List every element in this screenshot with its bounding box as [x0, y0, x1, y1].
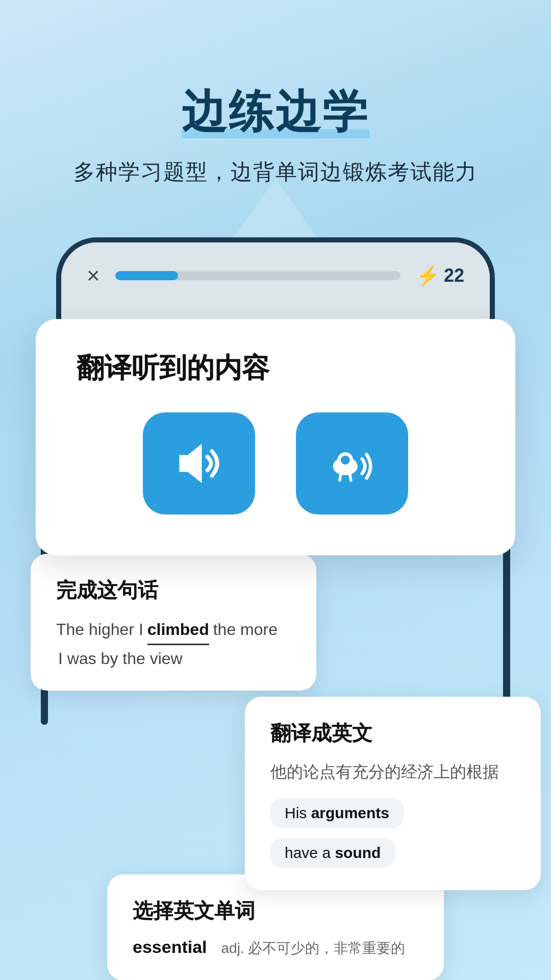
- complete-sentence-label: 完成这句话: [56, 576, 291, 604]
- translate-subtitle: 他的论点有充分的经济上的根据: [270, 760, 515, 784]
- phone-top-bar: × ⚡ 22: [87, 263, 464, 288]
- svg-line-4: [340, 474, 341, 480]
- word-chips-row: His arguments have a sound: [270, 798, 515, 868]
- chip2-text: have a: [285, 844, 335, 861]
- audio-buttons-row: [77, 412, 474, 514]
- word-chip-2[interactable]: have a sound: [270, 838, 395, 868]
- select-word-label: 选择英文单词: [133, 897, 418, 925]
- header-section: 边练边学 多种学习题型，边背单词边锻炼考试能力: [0, 0, 551, 207]
- sentence-part1: The higher I: [56, 617, 143, 643]
- chip2-bold: sound: [335, 844, 381, 861]
- word-def: adj. 必不可少的，非常重要的: [221, 939, 406, 958]
- close-button[interactable]: ×: [87, 263, 100, 288]
- sentence-line2: I was by the view: [56, 649, 291, 668]
- speaker-icon: [171, 435, 227, 492]
- svg-marker-0: [180, 444, 202, 483]
- score-value: 22: [444, 265, 464, 286]
- audio-speaker-button[interactable]: [143, 412, 255, 514]
- bottom-section: 完成这句话 The higher I climbed the more I wa…: [0, 554, 551, 980]
- word-chip-1[interactable]: His arguments: [270, 798, 404, 828]
- progress-fill: [115, 271, 178, 280]
- sentence-line: The higher I climbed the more: [56, 617, 291, 645]
- translate-card: 翻译成英文 他的论点有充分的经济上的根据 His arguments have …: [245, 697, 541, 890]
- chip1-bold: arguments: [311, 804, 389, 821]
- word-def-row: essential adj. 必不可少的，非常重要的: [133, 937, 418, 958]
- lightning-icon: ⚡: [416, 264, 440, 287]
- phone-mockup: × ⚡ 22 翻译听到的内容: [56, 237, 495, 544]
- sentence-blank: climbed: [147, 617, 209, 645]
- chip1-text: His: [285, 804, 311, 821]
- audio-slow-button[interactable]: [296, 412, 408, 514]
- progress-bar: [115, 271, 400, 280]
- quiz-card-title: 翻译听到的内容: [77, 350, 474, 387]
- word-en: essential: [133, 937, 207, 957]
- svg-point-3: [341, 456, 350, 465]
- main-title: 边练边学: [182, 82, 369, 142]
- main-quiz-card: 翻译听到的内容: [36, 319, 515, 555]
- complete-sentence-card: 完成这句话 The higher I climbed the more I wa…: [31, 554, 316, 691]
- svg-line-5: [350, 474, 351, 480]
- lightning-score: ⚡ 22: [416, 264, 464, 287]
- select-word-card: 选择英文单词 essential adj. 必不可少的，非常重要的: [107, 874, 444, 980]
- translate-card-label: 翻译成英文: [270, 719, 515, 747]
- sentence-part2: the more: [213, 617, 278, 643]
- slow-speaker-icon: [324, 435, 380, 492]
